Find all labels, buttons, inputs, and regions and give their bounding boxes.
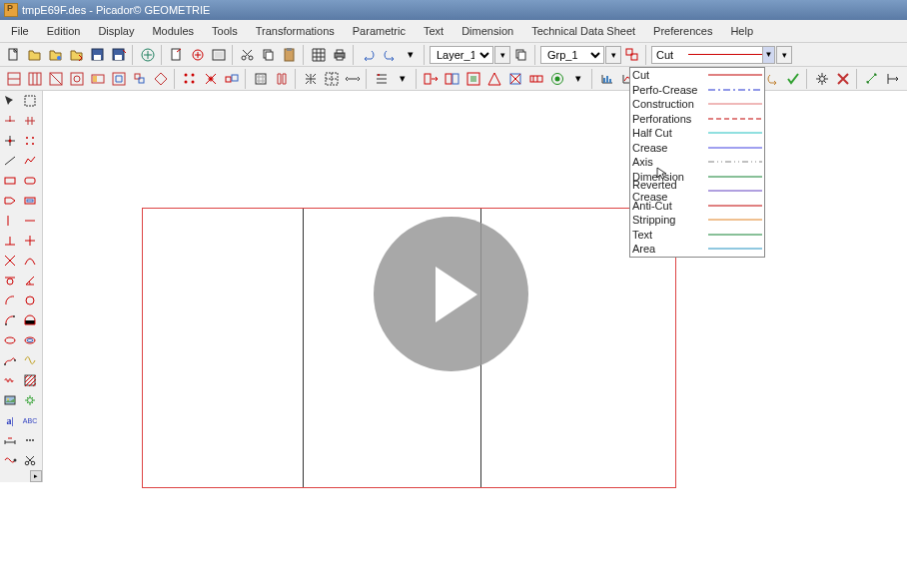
add-button[interactable] bbox=[188, 45, 208, 65]
side-perp-button[interactable] bbox=[0, 231, 20, 251]
side-trim2-button[interactable] bbox=[20, 111, 40, 131]
menu-transformations[interactable]: Transformations bbox=[247, 21, 344, 41]
side-polyline-button[interactable] bbox=[20, 151, 40, 171]
linetype-option-construction[interactable]: Construction bbox=[630, 97, 764, 112]
tb2-btn-16[interactable] bbox=[343, 69, 363, 89]
side-text-abc-button[interactable]: ABC bbox=[20, 410, 40, 430]
tb2-btn-2[interactable] bbox=[25, 69, 45, 89]
new-button[interactable] bbox=[4, 45, 24, 65]
linetype-option-anti-cut[interactable]: Anti-Cut bbox=[630, 199, 764, 214]
menu-dimension[interactable]: Dimension bbox=[453, 21, 522, 41]
cut-button[interactable] bbox=[238, 45, 258, 65]
side-gear-button[interactable] bbox=[20, 390, 40, 410]
tb2-btn-23[interactable] bbox=[505, 69, 525, 89]
new-doc-button[interactable] bbox=[167, 45, 187, 65]
linetype-option-axis[interactable]: Axis bbox=[630, 155, 764, 170]
save-as-button[interactable] bbox=[109, 45, 129, 65]
tb2-dropdown-25[interactable]: ▾ bbox=[568, 69, 588, 89]
side-spline-button[interactable] bbox=[0, 350, 20, 370]
canvas-area[interactable] bbox=[43, 91, 907, 588]
tb2-btn-24[interactable] bbox=[526, 69, 546, 89]
linetype-option-crease[interactable]: Crease bbox=[630, 141, 764, 156]
tb2-btn-13[interactable] bbox=[272, 69, 292, 89]
linetype-option-text[interactable]: Text bbox=[630, 228, 764, 243]
linetype-option-half-cut[interactable]: Half Cut bbox=[630, 126, 764, 141]
side-wave-button[interactable] bbox=[0, 450, 20, 470]
tb2-btn-5[interactable] bbox=[88, 69, 108, 89]
open-button[interactable] bbox=[25, 45, 45, 65]
tb2-align-button[interactable] bbox=[883, 69, 903, 89]
menu-edition[interactable]: Edition bbox=[38, 21, 90, 41]
tb2-btn-7[interactable] bbox=[130, 69, 150, 89]
tb2-btn-21[interactable] bbox=[463, 69, 483, 89]
side-spring-button[interactable] bbox=[0, 370, 20, 390]
side-trim1-button[interactable] bbox=[0, 111, 20, 131]
menu-display[interactable]: Display bbox=[89, 21, 143, 41]
tb2-btn-10[interactable] bbox=[201, 69, 221, 89]
tb2-btn-14[interactable] bbox=[301, 69, 321, 89]
group-dropdown-button[interactable]: ▾ bbox=[605, 46, 621, 64]
linetype-combo[interactable]: Cut ▼ bbox=[651, 46, 775, 64]
linetype-extra-button[interactable]: ▾ bbox=[776, 46, 792, 64]
tb2-btn-25[interactable] bbox=[547, 69, 567, 89]
side-bitmap-button[interactable] bbox=[0, 390, 20, 410]
tb2-btn-26[interactable] bbox=[597, 69, 617, 89]
side-xline-button[interactable] bbox=[0, 251, 20, 271]
group-select[interactable]: Grp_1 bbox=[540, 46, 604, 64]
linetype-option-perfo-crease[interactable]: Perfo-Crease bbox=[630, 83, 764, 98]
paste-button[interactable] bbox=[280, 45, 300, 65]
tb2-redo2-button[interactable] bbox=[762, 69, 782, 89]
linetype-option-perforations[interactable]: Perforations bbox=[630, 112, 764, 127]
tb2-btn-15[interactable] bbox=[322, 69, 342, 89]
side-text-a-button[interactable]: a| bbox=[0, 410, 20, 430]
side-hline-button[interactable] bbox=[20, 211, 40, 231]
menu-modules[interactable]: Modules bbox=[143, 21, 203, 41]
menu-file[interactable]: File bbox=[2, 21, 38, 41]
side-rect-select-button[interactable] bbox=[20, 91, 40, 111]
linetype-option-stripping[interactable]: Stripping bbox=[630, 213, 764, 228]
linetype-option-reverted-crease[interactable]: Reverted Crease bbox=[630, 184, 764, 199]
menu-text[interactable]: Text bbox=[415, 21, 453, 41]
side-point1-button[interactable] bbox=[0, 131, 20, 151]
linetype-option-cut[interactable]: Cut bbox=[630, 68, 764, 83]
import-button[interactable] bbox=[67, 45, 87, 65]
side-cross-button[interactable] bbox=[20, 231, 40, 251]
side-dots-button[interactable] bbox=[20, 430, 40, 450]
side-ellipse-button[interactable] bbox=[0, 330, 20, 350]
side-angle-button[interactable] bbox=[20, 271, 40, 291]
menu-tools[interactable]: Tools bbox=[203, 21, 247, 41]
side-vline-button[interactable] bbox=[0, 211, 20, 231]
side-line-button[interactable] bbox=[0, 151, 20, 171]
side-select-button[interactable] bbox=[0, 91, 20, 111]
play-overlay-button[interactable] bbox=[374, 217, 528, 371]
side-arc1-button[interactable] bbox=[0, 291, 20, 310]
tb2-gear-button[interactable] bbox=[812, 69, 832, 89]
tb2-btn-22[interactable] bbox=[484, 69, 504, 89]
group-tool-button[interactable] bbox=[622, 45, 642, 65]
tb2-btn-4[interactable] bbox=[67, 69, 87, 89]
side-nurbs-button[interactable] bbox=[20, 350, 40, 370]
copy-button[interactable] bbox=[259, 45, 279, 65]
tb2-btn-1[interactable] bbox=[4, 69, 24, 89]
tb2-btn-18[interactable]: ▾ bbox=[393, 69, 413, 89]
tb2-measure-button[interactable] bbox=[862, 69, 882, 89]
redo-button[interactable] bbox=[380, 45, 400, 65]
preview-button[interactable] bbox=[209, 45, 229, 65]
menu-tds[interactable]: Technical Data Sheet bbox=[522, 21, 644, 41]
tb2-btn-17[interactable] bbox=[372, 69, 392, 89]
linetype-option-area[interactable]: Area bbox=[630, 242, 764, 257]
undo-arrow-button[interactable]: ▾ bbox=[401, 45, 421, 65]
print-button[interactable] bbox=[330, 45, 350, 65]
side-arc2-button[interactable] bbox=[0, 310, 20, 330]
menu-preferences[interactable]: Preferences bbox=[644, 21, 721, 41]
tb2-check-button[interactable] bbox=[783, 69, 803, 89]
side-point2-button[interactable] bbox=[20, 131, 40, 151]
side-roundrect-button[interactable] bbox=[20, 171, 40, 191]
tb2-close-button[interactable] bbox=[833, 69, 853, 89]
grid-button[interactable] bbox=[309, 45, 329, 65]
side-arc3-button[interactable] bbox=[20, 310, 40, 330]
side-hatch-button[interactable] bbox=[20, 370, 40, 390]
tb2-btn-9[interactable] bbox=[180, 69, 200, 89]
open-folder-button[interactable] bbox=[46, 45, 66, 65]
save-button[interactable] bbox=[88, 45, 108, 65]
